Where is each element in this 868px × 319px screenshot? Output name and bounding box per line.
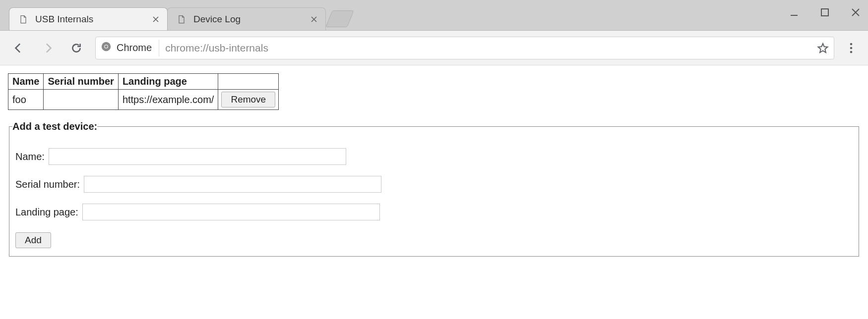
landing-page-input[interactable] (82, 204, 380, 220)
svg-point-6 (850, 47, 853, 49)
serial-label: Serial number: (15, 179, 80, 190)
name-input[interactable] (49, 148, 346, 165)
devices-table: Name Serial number Landing page foo http… (8, 73, 279, 110)
form-row-name: Name: (15, 148, 853, 165)
title-bar: USB Internals Device Log (0, 0, 868, 31)
reload-button[interactable] (66, 38, 86, 58)
tab-strip: USB Internals Device Log (0, 0, 351, 30)
close-window-button[interactable] (847, 4, 864, 21)
svg-point-3 (105, 45, 108, 48)
close-tab-icon[interactable] (151, 15, 160, 24)
tab-title: Device Log (193, 14, 304, 25)
security-chip-label: Chrome (117, 42, 152, 53)
window-controls (786, 4, 864, 21)
col-landing-page: Landing page (118, 74, 218, 90)
serial-input[interactable] (84, 176, 381, 193)
security-chip: Chrome (101, 40, 159, 56)
svg-rect-0 (821, 9, 828, 16)
svg-point-7 (850, 51, 853, 53)
tab-title: USB Internals (35, 14, 145, 25)
landing-page-label: Landing page: (15, 207, 78, 218)
cell-landing-page: https://example.com/ (118, 90, 218, 110)
col-name: Name (8, 74, 44, 90)
address-bar[interactable]: Chrome chrome://usb-internals (95, 37, 834, 59)
tab-device-log[interactable]: Device Log (167, 7, 326, 30)
forward-button[interactable] (38, 38, 58, 58)
add-button[interactable]: Add (15, 232, 51, 248)
chrome-icon (101, 41, 112, 54)
browser-menu-button[interactable] (843, 40, 859, 56)
page-icon (177, 14, 186, 24)
col-actions (218, 74, 279, 90)
form-row-landing-page: Landing page: (15, 204, 853, 220)
url-text: chrome://usb-internals (165, 42, 811, 54)
form-actions: Add (15, 232, 853, 248)
svg-marker-4 (818, 44, 828, 53)
add-test-device-form: Add a test device: Name: Serial number: … (9, 121, 859, 257)
tab-usb-internals[interactable]: USB Internals (9, 7, 168, 30)
bookmark-star-icon[interactable] (817, 42, 829, 54)
form-row-serial: Serial number: (15, 176, 853, 193)
maximize-button[interactable] (816, 4, 833, 21)
table-row: foo https://example.com/ Remove (8, 90, 279, 110)
toolbar: Chrome chrome://usb-internals (0, 31, 868, 65)
cell-action: Remove (218, 90, 279, 110)
svg-point-5 (850, 43, 853, 45)
remove-button[interactable]: Remove (221, 92, 275, 107)
back-button[interactable] (9, 38, 29, 58)
form-legend: Add a test device: (12, 121, 97, 132)
minimize-button[interactable] (786, 4, 803, 21)
cell-name: foo (8, 90, 44, 110)
col-serial: Serial number (44, 74, 118, 90)
table-header-row: Name Serial number Landing page (8, 74, 279, 90)
page-icon (18, 14, 28, 24)
new-tab-button[interactable] (325, 10, 354, 27)
page-content: Name Serial number Landing page foo http… (0, 65, 868, 265)
close-tab-icon[interactable] (310, 15, 318, 24)
name-label: Name: (15, 151, 45, 162)
cell-serial (44, 90, 118, 110)
